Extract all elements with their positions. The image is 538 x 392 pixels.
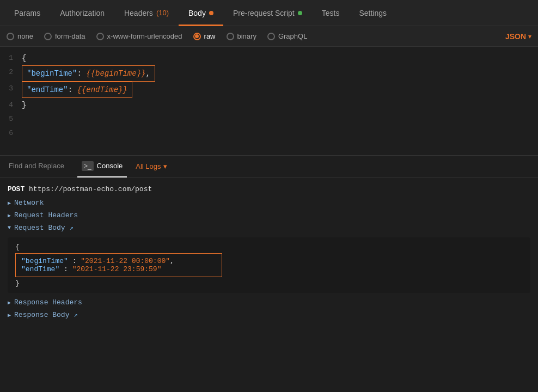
radio-graphql [267, 33, 275, 40]
line-content-2: "beginTime": {{beginTime}}, [22, 65, 538, 82]
tab-params[interactable]: Params [4, 0, 50, 26]
response-headers-arrow: ▶ [8, 299, 11, 306]
console-label: Console [97, 162, 123, 170]
code-line-3: 3 "endTime": {{endTime}} [0, 82, 538, 98]
request-body-row[interactable]: ▼ Request Body ↗ [0, 222, 538, 234]
option-graphql[interactable]: GraphQL [267, 32, 307, 40]
tab-label-body: Body [188, 9, 206, 17]
console-icon: >_ [82, 161, 94, 171]
option-none[interactable]: none [7, 32, 33, 40]
console-tabs-bar: Find and Replace >_ Console All Logs ▾ [0, 156, 538, 177]
json-selector[interactable]: JSON ▾ [505, 32, 531, 41]
prerequest-dot [298, 11, 302, 15]
code-line-2: 2 "beginTime": {{beginTime}}, [0, 65, 538, 82]
tab-headers[interactable]: Headers (10) [114, 0, 179, 26]
request-headers-row[interactable]: ▶ Request Headers [0, 209, 538, 222]
post-method: POST [8, 185, 25, 193]
highlight-box-3: "endTime": {{endTime}} [22, 82, 132, 98]
response-headers-label: Response Headers [14, 298, 82, 307]
highlight-box-2: "beginTime": {{beginTime}}, [22, 65, 155, 82]
request-headers-arrow: ▶ [8, 212, 11, 219]
option-raw[interactable]: raw [193, 32, 216, 40]
code-editor[interactable]: 1 { 2 "beginTime": {{beginTime}}, 3 "end… [0, 47, 538, 156]
tab-find-replace[interactable]: Find and Replace [4, 156, 69, 177]
option-binary-label: binary [237, 32, 256, 40]
external-link-icon[interactable]: ↗ [70, 224, 74, 232]
json-label: JSON [505, 32, 526, 41]
line-num-6: 6 [0, 126, 22, 140]
code-line-4: 4 } [0, 98, 538, 112]
rb-highlighted: "beginTime" : "2021-11-22 00:00:00", "en… [15, 251, 523, 279]
tab-label-settings: Settings [359, 9, 387, 17]
request-headers-label: Request Headers [14, 211, 78, 219]
option-formdata[interactable]: form-data [44, 32, 85, 40]
rb-begin-val: "2021-11-22 00:00:00" [81, 257, 170, 265]
json-dropdown-arrow: ▾ [528, 33, 531, 40]
code-line-1: 1 { [0, 51, 538, 65]
tab-tests[interactable]: Tests [312, 0, 350, 26]
rb-endtime-line: "endTime" : "2021-11-22 23:59:59" [21, 265, 216, 273]
rb-end-key: "endTime" [21, 265, 59, 273]
rb-brace-open: { [15, 243, 523, 251]
headers-badge: (10) [156, 9, 169, 17]
option-urlencoded[interactable]: x-www-form-urlencoded [96, 32, 182, 40]
line-content-4: } [22, 98, 538, 112]
body-options-bar: none form-data x-www-form-urlencoded raw… [0, 26, 538, 47]
radio-raw [193, 33, 201, 40]
rb-begin-key: "beginTime" [21, 257, 68, 265]
option-binary[interactable]: binary [227, 32, 256, 40]
line-num-1: 1 [0, 51, 22, 65]
post-line: POST https://postman-echo.com/post [0, 182, 538, 197]
radio-urlencoded [96, 33, 104, 40]
tab-authorization[interactable]: Authorization [50, 0, 114, 26]
response-body-label: Response Body [14, 311, 69, 319]
tab-body[interactable]: Body [179, 0, 223, 26]
response-body-external-link[interactable]: ↗ [74, 311, 77, 319]
tab-console[interactable]: >_ Console [77, 156, 127, 177]
line-content-1: { [22, 51, 538, 65]
request-body-arrow: ▼ [8, 225, 11, 231]
option-formdata-label: form-data [55, 32, 85, 40]
radio-formdata [44, 33, 52, 40]
network-row[interactable]: ▶ Network [0, 197, 538, 209]
line-num-2: 2 [0, 65, 22, 79]
rb-end-val: "2021-11-22 23:59:59" [72, 265, 162, 273]
option-graphql-label: GraphQL [278, 32, 307, 40]
tab-settings[interactable]: Settings [349, 0, 396, 26]
tab-label-prerequest: Pre-request Script [233, 9, 295, 17]
option-none-label: none [17, 32, 33, 40]
network-label: Network [14, 199, 44, 207]
radio-none [7, 33, 14, 40]
response-headers-row[interactable]: ▶ Response Headers [0, 296, 538, 309]
line-num-3: 3 [0, 82, 22, 96]
rb-brace-close: } [15, 279, 523, 287]
code-line-5: 5 [0, 112, 538, 126]
request-body-block: { "beginTime" : "2021-11-22 00:00:00", "… [8, 237, 530, 293]
response-body-row[interactable]: ▶ Response Body ↗ [0, 309, 538, 321]
line-num-4: 4 [0, 98, 22, 112]
tab-label-headers: Headers [124, 9, 153, 17]
tab-label-params: Params [14, 9, 40, 17]
find-replace-label: Find and Replace [9, 162, 64, 170]
tab-prerequest[interactable]: Pre-request Script [223, 0, 312, 26]
line-content-3: "endTime": {{endTime}} [22, 82, 538, 98]
rb-highlight-box: "beginTime" : "2021-11-22 00:00:00", "en… [15, 253, 222, 277]
option-urlencoded-label: x-www-form-urlencoded [107, 32, 182, 40]
all-logs-button[interactable]: All Logs ▾ [136, 162, 167, 170]
all-logs-label: All Logs [136, 162, 161, 170]
post-url: https://postman-echo.com/post [29, 185, 152, 193]
code-line-6: 6 [0, 126, 538, 140]
all-logs-arrow: ▾ [163, 162, 167, 170]
tab-label-tests: Tests [322, 9, 340, 17]
radio-binary [227, 33, 234, 40]
response-body-arrow: ▶ [8, 312, 11, 318]
request-body-label: Request Body [14, 224, 65, 232]
body-dot [209, 11, 213, 15]
line-num-5: 5 [0, 112, 22, 126]
rb-begintime-line: "beginTime" : "2021-11-22 00:00:00", [21, 257, 216, 265]
tab-label-authorization: Authorization [60, 9, 105, 17]
tabs-bar: Params Authorization Headers (10) Body P… [0, 0, 538, 26]
console-content: POST https://postman-echo.com/post ▶ Net… [0, 177, 538, 326]
option-raw-label: raw [204, 32, 216, 40]
network-arrow: ▶ [8, 200, 11, 206]
